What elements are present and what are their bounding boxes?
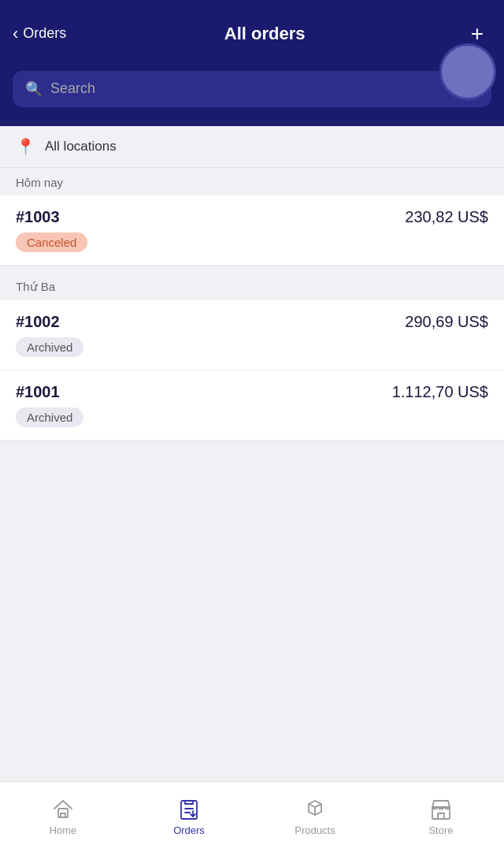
order-row-top: #1001 1.112,70 US$	[16, 383, 488, 401]
nav-label-store: Store	[428, 824, 453, 836]
nav-label-products: Products	[295, 824, 335, 836]
search-bar[interactable]: 🔍 Search	[13, 71, 491, 107]
order-number: #1002	[16, 313, 60, 331]
header: ‹ Orders All orders + 🔍 Search	[0, 0, 504, 126]
section-divider	[0, 266, 504, 272]
location-bar[interactable]: 📍 All locations	[0, 126, 504, 168]
products-icon	[303, 798, 327, 821]
order-amount: 290,69 US$	[405, 313, 488, 331]
location-label: All locations	[45, 139, 117, 154]
header-top: ‹ Orders All orders +	[13, 12, 491, 48]
order-amount: 230,82 US$	[405, 208, 488, 226]
order-number: #1001	[16, 383, 60, 401]
location-icon: 📍	[16, 137, 35, 156]
order-row-top: #1002 290,69 US$	[16, 313, 488, 331]
order-row-top: #1003 230,82 US$	[16, 208, 488, 226]
order-row-1003[interactable]: #1003 230,82 US$ Canceled	[0, 195, 504, 266]
search-icon: 🔍	[25, 80, 43, 98]
order-row-1001[interactable]: #1001 1.112,70 US$ Archived	[0, 370, 504, 441]
status-badge: Archived	[16, 337, 83, 357]
section-header-1: Thứ Ba	[0, 272, 504, 300]
status-badge: Archived	[16, 407, 83, 427]
avatar[interactable]	[439, 43, 496, 100]
status-badge: Canceled	[16, 233, 87, 252]
add-icon: +	[471, 21, 484, 47]
nav-label-orders: Orders	[173, 824, 205, 836]
back-label: Orders	[23, 25, 66, 42]
order-amount: 1.112,70 US$	[392, 383, 488, 401]
search-placeholder: Search	[50, 80, 479, 97]
order-number: #1003	[16, 208, 60, 226]
section-header-0: Hôm nay	[0, 168, 504, 195]
nav-item-products[interactable]: Products	[252, 782, 378, 852]
bottom-nav: Home Orders Products Store	[0, 781, 504, 852]
home-icon	[51, 798, 75, 821]
page-title: All orders	[224, 24, 306, 44]
orders-icon	[177, 798, 201, 821]
empty-area	[0, 441, 504, 567]
nav-item-store[interactable]: Store	[378, 782, 504, 852]
store-icon	[429, 798, 453, 821]
order-row-1002[interactable]: #1002 290,69 US$ Archived	[0, 300, 504, 370]
back-chevron-icon: ‹	[13, 24, 18, 44]
nav-label-home: Home	[50, 824, 77, 836]
nav-item-home[interactable]: Home	[0, 782, 126, 852]
back-button[interactable]: ‹ Orders	[13, 24, 66, 44]
nav-item-orders[interactable]: Orders	[126, 782, 252, 852]
